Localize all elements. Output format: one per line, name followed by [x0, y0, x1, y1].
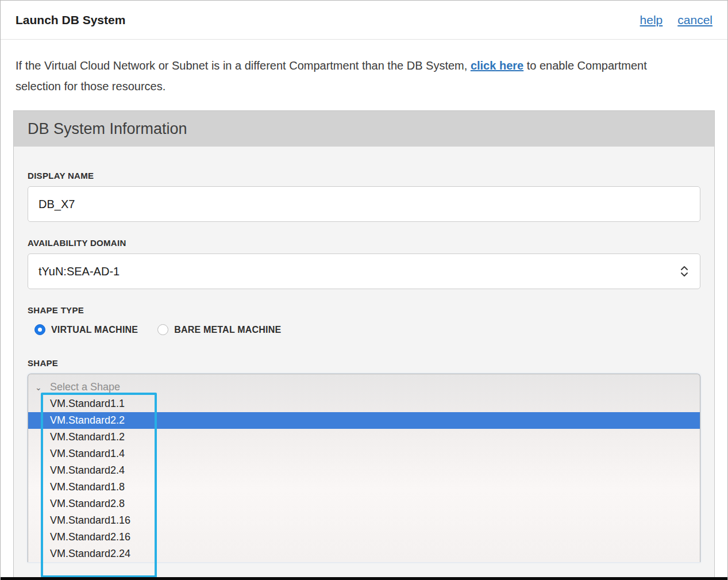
bottom-window-edge	[1, 577, 727, 580]
cancel-link[interactable]: cancel	[677, 13, 712, 27]
db-system-information-panel: DB System Information DISPLAY NAME AVAIL…	[13, 110, 715, 580]
shape-option-list: VM.Standard1.1VM.Standard2.2VM.Standard1…	[28, 395, 700, 562]
shape-label: SHAPE	[28, 358, 700, 368]
shape-option[interactable]: VM.Standard2.2	[28, 412, 700, 429]
radio-bare-metal-machine[interactable]: BARE METAL MACHINE	[157, 324, 281, 335]
page-title: Launch DB System	[16, 13, 125, 27]
shape-type-radio-group: VIRTUAL MACHINE BARE METAL MACHINE	[34, 324, 700, 335]
radio-unselected-icon[interactable]	[157, 324, 168, 335]
radio-virtual-machine[interactable]: VIRTUAL MACHINE	[34, 324, 138, 335]
shape-option[interactable]: VM.Standard2.24	[28, 546, 700, 562]
availability-domain-value: tYuN:SEA-AD-1	[38, 265, 120, 278]
shape-option[interactable]: VM.Standard1.2	[28, 429, 700, 445]
chevron-down-icon: ⌄	[35, 383, 50, 392]
shape-option[interactable]: VM.Standard2.8	[28, 496, 700, 512]
shape-option[interactable]: VM.Standard2.4	[28, 462, 700, 479]
help-link[interactable]: help	[640, 13, 663, 27]
shape-option[interactable]: VM.Standard1.8	[28, 479, 700, 496]
availability-domain-select[interactable]: tYuN:SEA-AD-1	[28, 253, 700, 289]
radio-selected-icon[interactable]	[34, 324, 45, 335]
section-title: DB System Information	[14, 111, 714, 147]
availability-domain-label: AVAILABILITY DOMAIN	[28, 238, 700, 248]
shape-option[interactable]: VM.Standard1.16	[28, 512, 700, 529]
click-here-link[interactable]: click here	[471, 59, 523, 72]
shape-placeholder-label: Select a Shape	[50, 381, 120, 393]
shape-option[interactable]: VM.Standard2.16	[28, 529, 700, 546]
shape-option[interactable]: VM.Standard1.1	[28, 395, 700, 412]
display-name-label: DISPLAY NAME	[28, 171, 700, 180]
shape-select-dropdown[interactable]: ⌄ Select a Shape VM.Standard1.1VM.Standa…	[28, 374, 700, 562]
dialog-header: Launch DB System help cancel	[1, 1, 727, 40]
intro-text: If the Virtual Cloud Network or Subnet i…	[16, 55, 691, 97]
radio-virtual-machine-label: VIRTUAL MACHINE	[51, 325, 138, 335]
shape-type-label: SHAPE TYPE	[28, 305, 700, 315]
shape-option[interactable]: VM.Standard1.4	[28, 445, 700, 462]
intro-text-before: If the Virtual Cloud Network or Subnet i…	[16, 59, 471, 72]
display-name-input[interactable]	[28, 186, 700, 222]
radio-bare-metal-machine-label: BARE METAL MACHINE	[174, 325, 281, 335]
section-body: DISPLAY NAME AVAILABILITY DOMAIN tYuN:SE…	[14, 147, 714, 580]
select-updown-icon	[680, 265, 688, 278]
shape-placeholder-option[interactable]: ⌄ Select a Shape	[28, 379, 700, 395]
